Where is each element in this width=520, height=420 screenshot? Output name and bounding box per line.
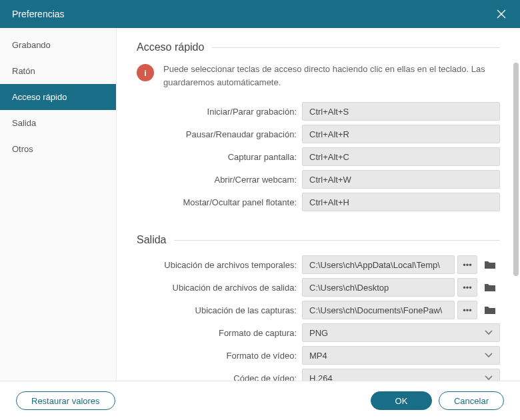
section-title-output-text: Salida	[137, 234, 166, 246]
open-folder-button[interactable]	[480, 301, 500, 319]
hotkey-row-capture: Capturar pantalla: Ctrl+Alt+C	[137, 147, 500, 166]
divider	[212, 47, 500, 48]
browse-button[interactable]: •••	[457, 301, 477, 319]
hotkey-label: Mostar/Ocultar panel flotante:	[137, 197, 302, 207]
select-value: PNG	[309, 328, 328, 338]
hotkey-label: Iniciar/Parar grabación:	[137, 107, 302, 117]
path-row-output: Ubicación de archivos de salida: C:\User…	[137, 278, 500, 297]
hotkey-row-webcam: Abrir/Cerrar webcam: Ctrl+Alt+W	[137, 170, 500, 189]
path-input-screenshots[interactable]: C:\Users\ch\Documents\FonePaw\	[302, 301, 455, 319]
hotkey-label: Pausar/Renaudar grabación:	[137, 129, 302, 139]
hotkey-label: Capturar pantalla:	[137, 152, 302, 162]
path-label: Ubicación de las capturas:	[137, 305, 302, 315]
section-title-hotkeys: Acceso rápido	[137, 41, 500, 53]
select-row-video-codec: Códec de vídeo: H.264	[137, 369, 500, 381]
hotkey-value: Ctrl+Alt+H	[309, 197, 349, 207]
folder-icon	[484, 305, 496, 315]
folder-icon	[484, 260, 496, 269]
hotkey-input-pause[interactable]: Ctrl+Alt+R	[302, 125, 500, 143]
hotkey-input-start-stop[interactable]: Ctrl+Alt+S	[302, 102, 500, 121]
select-label: Códec de vídeo:	[137, 373, 302, 381]
select-row-capture-format: Formato de captura: PNG	[137, 323, 500, 342]
browse-button[interactable]: •••	[457, 278, 477, 297]
footer: Restaurar valores OK Cancelar	[0, 381, 520, 420]
divider	[174, 240, 500, 241]
chevron-down-icon	[485, 375, 493, 381]
sidebar-item-recording[interactable]: Grabando	[0, 32, 116, 58]
hotkey-input-capture[interactable]: Ctrl+Alt+C	[302, 147, 500, 166]
select-video-format[interactable]: MP4	[302, 346, 500, 365]
cancel-button[interactable]: Cancelar	[439, 391, 504, 410]
hotkey-row-start-stop: Iniciar/Parar grabación: Ctrl+Alt+S	[137, 102, 500, 121]
chevron-down-icon	[485, 330, 493, 335]
hotkey-input-panel[interactable]: Ctrl+Alt+H	[302, 193, 500, 211]
browse-button[interactable]: •••	[457, 255, 477, 274]
select-value: H.264	[309, 373, 333, 381]
ellipsis-icon: •••	[463, 283, 472, 293]
hotkey-label: Abrir/Cerrar webcam:	[137, 175, 302, 185]
select-label: Formato de captura:	[137, 328, 302, 338]
hotkey-value: Ctrl+Alt+C	[309, 152, 349, 162]
sidebar: Grabando Ratón Acceso rápido Salida Otro…	[0, 28, 117, 381]
hotkey-value: Ctrl+Alt+W	[309, 175, 351, 185]
path-input-temp[interactable]: C:\Users\ch\AppData\Local\Temp\	[302, 255, 455, 274]
info-icon: i	[137, 64, 154, 81]
folder-icon	[484, 283, 496, 292]
path-label: Ubicación de archivos temporales:	[137, 260, 302, 270]
titlebar: Preferencias	[0, 0, 520, 28]
select-capture-format[interactable]: PNG	[302, 323, 500, 342]
content-panel: Acceso rápido i Puede seleccionar teclas…	[117, 28, 520, 381]
path-label: Ubicación de archivos de salida:	[137, 283, 302, 293]
ellipsis-icon: •••	[463, 260, 472, 270]
path-row-screenshots: Ubicación de las capturas: C:\Users\ch\D…	[137, 301, 500, 319]
hotkey-value: Ctrl+Alt+R	[309, 129, 349, 139]
restore-defaults-button[interactable]: Restaurar valores	[16, 391, 115, 410]
ellipsis-icon: •••	[463, 305, 472, 315]
sidebar-item-mouse[interactable]: Ratón	[0, 58, 116, 84]
sidebar-item-others[interactable]: Otros	[0, 136, 116, 162]
path-value: C:\Users\ch\Desktop	[309, 283, 389, 293]
info-row: i Puede seleccionar teclas de acceso dir…	[137, 63, 500, 89]
path-value: C:\Users\ch\Documents\FonePaw\	[309, 305, 442, 315]
chevron-down-icon	[485, 353, 493, 358]
open-folder-button[interactable]	[480, 255, 500, 274]
section-title-hotkeys-text: Acceso rápido	[137, 41, 204, 53]
path-row-temp: Ubicación de archivos temporales: C:\Use…	[137, 255, 500, 274]
window-title: Preferencias	[12, 9, 65, 19]
hotkey-row-panel: Mostar/Ocultar panel flotante: Ctrl+Alt+…	[137, 193, 500, 211]
section-title-output: Salida	[137, 234, 500, 246]
sidebar-item-hotkeys[interactable]: Acceso rápido	[0, 84, 116, 110]
path-input-output[interactable]: C:\Users\ch\Desktop	[302, 278, 455, 297]
hotkey-value: Ctrl+Alt+S	[309, 107, 349, 117]
select-row-video-format: Formato de vídeo: MP4	[137, 346, 500, 365]
scrollbar-thumb[interactable]	[513, 63, 519, 276]
select-label: Formato de vídeo:	[137, 351, 302, 361]
open-folder-button[interactable]	[480, 278, 500, 297]
path-value: C:\Users\ch\AppData\Local\Temp\	[309, 260, 440, 270]
select-video-codec[interactable]: H.264	[302, 369, 500, 381]
hotkey-row-pause: Pausar/Renaudar grabación: Ctrl+Alt+R	[137, 125, 500, 143]
sidebar-item-output[interactable]: Salida	[0, 110, 116, 136]
info-text: Puede seleccionar teclas de acceso direc…	[163, 63, 500, 89]
close-icon[interactable]	[495, 7, 508, 21]
select-value: MP4	[309, 351, 327, 361]
hotkey-input-webcam[interactable]: Ctrl+Alt+W	[302, 170, 500, 189]
ok-button[interactable]: OK	[371, 391, 432, 410]
